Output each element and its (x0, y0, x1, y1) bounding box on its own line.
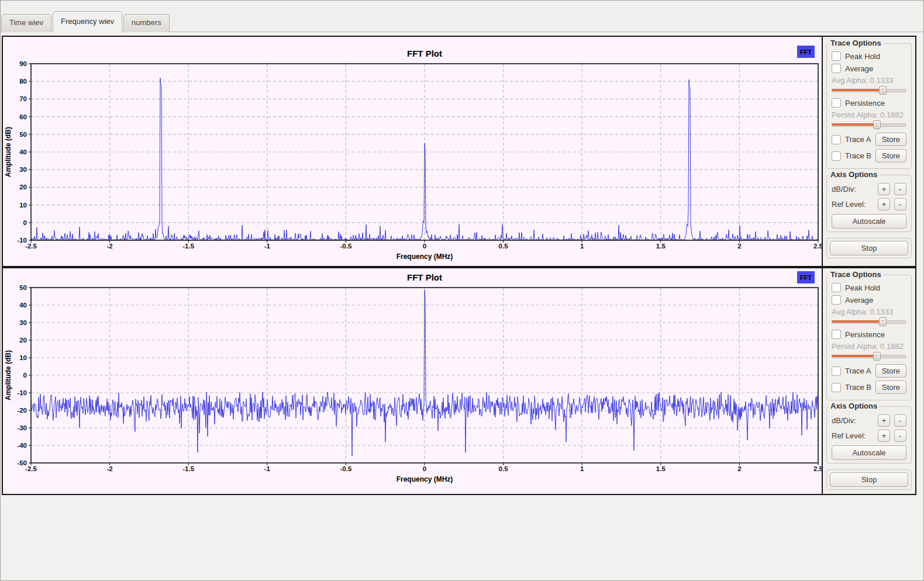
average-checkbox[interactable] (832, 64, 841, 73)
svg-text:-50: -50 (17, 459, 27, 466)
svg-text:70: 70 (19, 95, 27, 102)
svg-text:FFT: FFT (800, 49, 812, 56)
trace-options-title: Trace Options (829, 39, 883, 47)
trace-a-checkbox[interactable] (832, 366, 841, 376)
persistence-checkbox[interactable] (832, 98, 841, 108)
store-b-button[interactable]: Store (875, 381, 906, 394)
trace-b-checkbox[interactable] (832, 383, 841, 392)
svg-text:-1: -1 (264, 243, 271, 250)
trace-b-checkbox[interactable] (832, 151, 841, 161)
svg-text:90: 90 (19, 60, 27, 67)
persist-alpha-label: Persist Alpha: 0.1882 (832, 110, 906, 119)
svg-text:-10: -10 (17, 237, 27, 244)
persist-alpha-label: Persist Alpha: 0.1882 (832, 342, 906, 351)
peak-hold-checkbox[interactable] (832, 51, 841, 61)
svg-text:FFT: FFT (800, 274, 812, 281)
persistence-checkbox[interactable] (832, 330, 841, 339)
tab-numbers[interactable]: numbers (123, 14, 170, 32)
svg-text:-20: -20 (17, 407, 27, 414)
autoscale-button[interactable]: Autoscale (832, 214, 906, 229)
db-div-plus-button[interactable]: + (878, 183, 890, 195)
plot-title: FFT Plot (407, 49, 442, 58)
tab-bar: Time wiev Frequency wiev numbers (1, 11, 171, 32)
peak-hold-checkbox[interactable] (832, 283, 841, 292)
fft-plot-top-canvas[interactable]: -2.5-2-1.5-1-0.500.511.522.5908070605040… (3, 37, 822, 266)
slider-handle[interactable] (879, 86, 887, 95)
ref-level-minus-button[interactable]: - (894, 430, 906, 442)
slider-fill (832, 320, 884, 323)
fft-section-bottom: -2.5-2-1.5-1-0.500.511.522.550403020100-… (2, 267, 916, 495)
tab-frequency-wiev[interactable]: Frequency wiev (53, 11, 122, 32)
sidebar-bottom: Trace Options Peak Hold Average Avg Alph… (822, 268, 915, 494)
stop-button[interactable]: Stop (830, 472, 908, 487)
slider-handle[interactable] (873, 120, 881, 129)
stop-group-top: Stop (826, 238, 912, 258)
svg-text:2.5: 2.5 (813, 465, 822, 472)
trace-b-label: Trace B (845, 151, 871, 160)
db-div-minus-button[interactable]: - (894, 183, 906, 195)
axis-options-group-top: Axis Options dB/Div: + - Ref Level: + - … (826, 175, 912, 232)
svg-text:-1.5: -1.5 (182, 243, 194, 250)
slider-handle[interactable] (873, 352, 881, 361)
svg-text:0: 0 (423, 243, 426, 250)
ref-level-plus-button[interactable]: + (878, 430, 890, 442)
trace-b-label: Trace B (845, 383, 871, 392)
ref-level-plus-button[interactable]: + (878, 198, 890, 210)
avg-alpha-slider[interactable] (832, 317, 906, 326)
svg-text:-30: -30 (17, 424, 27, 431)
stop-group-bottom: Stop (826, 469, 912, 490)
svg-text:0: 0 (23, 219, 27, 226)
svg-text:2: 2 (737, 243, 741, 250)
trace-a-checkbox[interactable] (832, 135, 841, 144)
axis-options-group-bottom: Axis Options dB/Div: + - Ref Level: + - … (826, 406, 912, 464)
autoscale-button[interactable]: Autoscale (832, 445, 906, 460)
persist-alpha-slider[interactable] (832, 120, 906, 129)
svg-text:1.5: 1.5 (656, 243, 666, 250)
svg-text:50: 50 (19, 131, 27, 138)
svg-text:50: 50 (19, 284, 27, 291)
svg-text:-0.5: -0.5 (340, 243, 351, 250)
y-axis-label: Amplitude (dB) (4, 127, 12, 177)
fft-plot-bottom-canvas[interactable]: -2.5-2-1.5-1-0.500.511.522.550403020100-… (3, 268, 822, 494)
svg-text:60: 60 (19, 113, 27, 120)
stop-button[interactable]: Stop (830, 241, 908, 255)
svg-text:40: 40 (19, 302, 27, 309)
fft-badge: FFT (797, 46, 815, 58)
x-axis-label: Frequency (MHz) (397, 475, 453, 483)
y-axis-label: Amplitude (dB) (4, 350, 12, 400)
svg-text:0: 0 (423, 465, 426, 472)
svg-text:2.5: 2.5 (813, 243, 822, 250)
peak-hold-label: Peak Hold (845, 52, 880, 61)
store-a-button[interactable]: Store (875, 364, 906, 378)
svg-text:1: 1 (580, 465, 584, 472)
fft-plot-bottom[interactable]: -2.5-2-1.5-1-0.500.511.522.550403020100-… (3, 268, 822, 494)
x-axis-label: Frequency (MHz) (397, 253, 453, 261)
svg-text:-2: -2 (106, 243, 112, 250)
svg-text:30: 30 (19, 319, 27, 326)
tab-time-wiev[interactable]: Time wiev (1, 14, 51, 32)
svg-text:20: 20 (19, 184, 27, 191)
db-div-minus-button[interactable]: - (894, 414, 906, 427)
avg-alpha-slider[interactable] (832, 86, 906, 95)
fft-plot-top[interactable]: -2.5-2-1.5-1-0.500.511.522.5908070605040… (3, 37, 822, 266)
slider-fill (832, 123, 878, 126)
ref-level-minus-button[interactable]: - (894, 198, 906, 210)
persist-alpha-slider[interactable] (832, 352, 906, 361)
svg-text:80: 80 (19, 78, 27, 85)
svg-text:30: 30 (19, 166, 27, 173)
svg-text:10: 10 (19, 354, 27, 361)
db-div-label: dB/Div: (832, 416, 856, 425)
peak-hold-label: Peak Hold (845, 283, 880, 292)
trace-options-group-bottom: Trace Options Peak Hold Average Avg Alph… (826, 275, 912, 400)
slider-fill (832, 89, 884, 91)
svg-text:2: 2 (737, 465, 741, 472)
slider-handle[interactable] (879, 317, 887, 326)
store-b-button[interactable]: Store (875, 149, 906, 162)
slider-fill (832, 355, 878, 357)
db-div-plus-button[interactable]: + (878, 414, 890, 427)
trace-a-label: Trace A (845, 135, 871, 144)
svg-text:20: 20 (19, 337, 27, 344)
svg-text:-2: -2 (106, 465, 112, 472)
store-a-button[interactable]: Store (875, 133, 906, 146)
average-checkbox[interactable] (832, 295, 841, 305)
